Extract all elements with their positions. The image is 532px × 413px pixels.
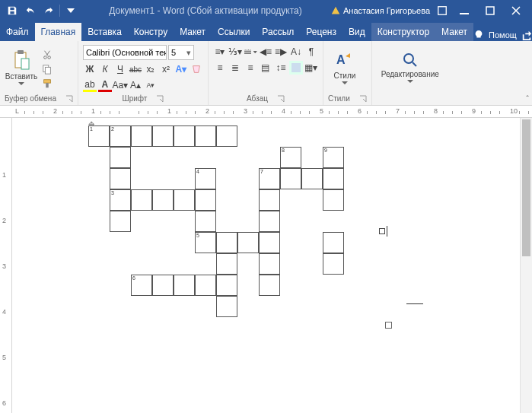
underline-button[interactable]: Ч [113,62,127,76]
show-marks-icon[interactable]: ¶ [304,45,318,59]
tab-view[interactable]: Вид [342,23,371,41]
crossword-cell[interactable] [259,189,280,211]
tab-layout[interactable]: Макет [174,23,212,41]
font-color-icon[interactable]: A [98,78,112,92]
crossword-cell[interactable] [110,168,131,189]
align-left-icon[interactable]: ≡ [213,61,227,75]
italic-button[interactable]: К [98,62,112,76]
save-icon[interactable] [3,2,21,20]
tab-mailings[interactable]: Рассыл [256,23,300,41]
format-painter-icon[interactable] [40,78,55,90]
numbering-icon[interactable]: ⅓▾ [228,45,242,59]
tab-design[interactable]: Констру [128,23,174,41]
font-name-combo[interactable]: Calibri (Основной тек▾ [83,45,167,60]
crossword-cell[interactable] [216,275,237,296]
tab-table-design[interactable]: Конструктор [371,23,435,41]
tab-table-layout[interactable]: Макет [435,23,473,41]
paste-button[interactable]: Вставить [5,43,38,91]
text-effects-icon[interactable]: A▾ [174,62,188,76]
crossword-cell[interactable] [259,211,280,232]
editing-button[interactable]: Редактирование [377,43,444,91]
borders-icon[interactable]: ▦▾ [304,61,318,75]
crossword-cell[interactable] [259,275,280,296]
minimize-button[interactable] [451,2,477,20]
strike-button[interactable]: abc [129,62,142,76]
increase-indent-icon[interactable]: ≡▶ [274,45,288,59]
crossword-cell[interactable] [237,232,259,253]
crossword-cell[interactable] [195,211,216,232]
justify-icon[interactable]: ▤ [259,61,272,75]
crossword-cell[interactable] [259,253,280,275]
crossword-cell[interactable] [174,125,195,147]
crossword-cell[interactable] [323,189,344,211]
crossword-cell[interactable] [152,275,174,296]
ruler-vertical[interactable]: 123456 [0,118,12,413]
tab-home[interactable]: Главная [35,23,82,41]
shrink-font-icon[interactable]: A▾ [144,78,158,92]
align-right-icon[interactable]: ≡ [244,61,257,75]
share-icon[interactable] [521,30,532,40]
crossword-cell[interactable] [216,296,237,317]
bold-button[interactable]: Ж [83,62,97,76]
line-spacing-icon[interactable]: ↕≡ [274,61,288,75]
crossword-cell[interactable] [195,189,216,211]
tell-me-icon[interactable] [473,30,484,40]
highlight-icon[interactable]: ab [83,78,97,92]
crossword-cell[interactable] [174,275,195,296]
ruler-horizontal[interactable]: L2112345678910 [0,106,532,118]
crossword-cell[interactable] [216,253,237,275]
document-canvas[interactable]: ✥ 128947356 [12,118,520,413]
bullets-icon[interactable]: ≡▾ [213,45,227,59]
redo-icon[interactable] [40,2,58,20]
crossword-cell[interactable] [301,168,323,189]
crossword-cell[interactable] [152,125,174,147]
user-chip[interactable]: Анастасия Григорьева [331,6,430,15]
scrollbar-thumb[interactable] [522,119,530,256]
crossword-cell[interactable] [110,211,131,232]
crossword-cell[interactable] [259,232,280,253]
decrease-indent-icon[interactable]: ◀≡ [259,45,272,59]
cut-icon[interactable] [40,49,55,61]
styles-button[interactable]: A Стили [328,43,362,91]
crossword-cell[interactable] [110,147,131,168]
align-center-icon[interactable]: ≣ [228,61,242,75]
undo-icon[interactable] [21,2,40,20]
collapse-ribbon-icon[interactable]: ˆ [526,94,529,103]
shading-icon[interactable] [289,61,303,75]
font-size-combo[interactable]: 5▾ [168,45,194,60]
table-resize-handle-icon[interactable] [385,322,392,329]
crossword-cell[interactable] [195,275,216,296]
crossword-cell[interactable] [131,125,152,147]
qat-customize-icon[interactable] [62,2,80,20]
close-button[interactable] [503,2,529,20]
tell-me-label[interactable]: Помощ [489,30,517,40]
subscript-button[interactable]: x₂ [144,62,158,76]
crossword-cell[interactable] [323,168,344,189]
copy-icon[interactable] [40,63,55,75]
sort-icon[interactable]: A↓ [289,45,303,59]
dialog-launcher-icon[interactable] [359,95,367,103]
tab-insert[interactable]: Вставка [81,23,128,41]
crossword-cell[interactable] [216,232,237,253]
clear-format-icon[interactable] [190,62,203,76]
grow-font-icon[interactable]: A▴ [129,78,142,92]
dialog-launcher-icon[interactable] [277,95,285,103]
tab-references[interactable]: Ссылки [212,23,256,41]
crossword-cell[interactable] [323,253,344,275]
crossword-cell[interactable] [152,189,174,211]
scrollbar-vertical[interactable] [520,118,532,413]
crossword-cell[interactable] [323,232,344,253]
crossword-cell[interactable] [195,125,216,147]
dialog-launcher-icon[interactable] [65,95,73,103]
crossword-cell[interactable] [216,125,237,147]
crossword-cell[interactable] [280,168,301,189]
tab-review[interactable]: Реценз [300,23,342,41]
change-case-icon[interactable]: Aa▾ [113,78,127,92]
superscript-button[interactable]: x² [159,62,173,76]
crossword-cell[interactable] [174,189,195,211]
maximize-button[interactable] [477,2,503,20]
dialog-launcher-icon[interactable] [156,95,164,103]
multilevel-icon[interactable]: ⩸▾ [244,45,257,59]
crossword-cell[interactable] [131,189,152,211]
tab-file[interactable]: Файл [0,23,35,41]
